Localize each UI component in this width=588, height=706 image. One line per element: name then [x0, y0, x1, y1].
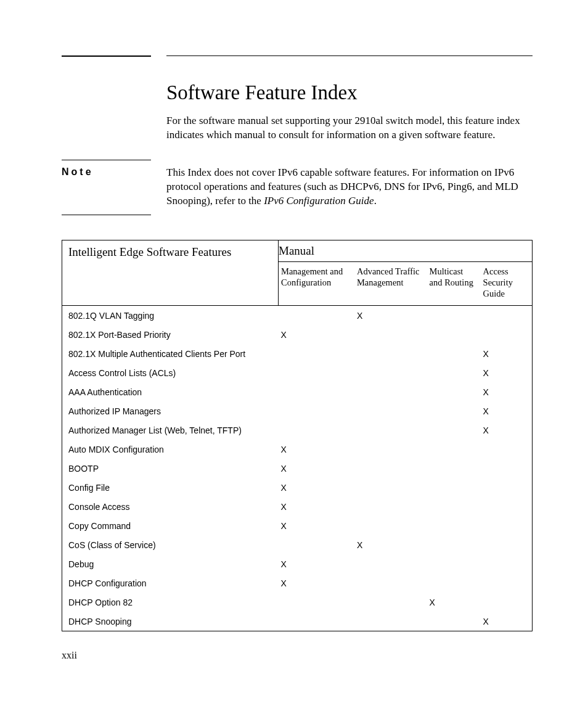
feature-cell: Debug — [62, 554, 279, 573]
mark-cell — [279, 535, 354, 554]
mark-cell — [481, 497, 533, 516]
document-page: Software Feature Index For the software … — [0, 0, 588, 686]
mark-cell: X — [354, 535, 427, 554]
feature-table: Intelligent Edge Software Features Manua… — [62, 240, 533, 631]
mark-cell — [279, 306, 354, 326]
feature-cell: Config File — [62, 478, 279, 497]
mark-cell — [481, 516, 533, 535]
feature-cell: CoS (Class of Service) — [62, 535, 279, 554]
mark-cell — [354, 421, 427, 440]
mark-cell: X — [279, 554, 354, 573]
feature-cell: Authorized IP Managers — [62, 401, 279, 421]
mark-cell: X — [481, 363, 533, 382]
mark-cell — [427, 497, 481, 516]
mark-cell — [279, 593, 354, 612]
mark-cell — [427, 535, 481, 554]
note-rule-bottom — [62, 215, 151, 215]
mark-cell — [427, 344, 481, 363]
table-row: Copy CommandX — [62, 516, 533, 535]
mark-cell: X — [279, 573, 354, 593]
mark-cell: X — [354, 306, 427, 326]
mark-cell: X — [481, 344, 533, 363]
table-row: DHCP SnoopingX — [62, 612, 533, 631]
table-row: Authorized IP ManagersX — [62, 401, 533, 421]
mark-cell — [481, 554, 533, 573]
mark-cell — [427, 440, 481, 459]
table-row: Console AccessX — [62, 497, 533, 516]
note-body: This Index does not cover IPv6 capable s… — [166, 160, 533, 215]
mark-cell — [481, 459, 533, 478]
long-rule — [166, 55, 533, 57]
col-access-security: Access Security Guide — [481, 261, 533, 305]
table-row: BOOTPX — [62, 459, 533, 478]
mark-cell — [427, 401, 481, 421]
mark-cell — [354, 554, 427, 573]
mark-cell — [427, 478, 481, 497]
mark-cell — [279, 612, 354, 631]
table-row: CoS (Class of Service)X — [62, 535, 533, 554]
mark-cell: X — [481, 401, 533, 421]
mark-cell: X — [279, 516, 354, 535]
mark-cell — [354, 593, 427, 612]
feature-cell: Access Control Lists (ACLs) — [62, 363, 279, 382]
feature-cell: BOOTP — [62, 459, 279, 478]
intro-paragraph: For the software manual set supporting y… — [166, 114, 533, 142]
feature-cell: DHCP Configuration — [62, 573, 279, 593]
mark-cell — [354, 573, 427, 593]
note-text-italic: IPv6 Configuration Guide — [264, 195, 374, 207]
mark-cell: X — [279, 325, 354, 344]
table-row: DHCP ConfigurationX — [62, 573, 533, 593]
mark-cell: X — [427, 593, 481, 612]
mark-cell — [427, 612, 481, 631]
note-rule-top — [62, 160, 151, 160]
top-rule-row — [62, 55, 533, 57]
mark-cell — [481, 306, 533, 326]
mark-cell — [279, 344, 354, 363]
mark-cell — [279, 421, 354, 440]
mark-cell — [427, 325, 481, 344]
table-row: DHCP Option 82X — [62, 593, 533, 612]
mark-cell — [279, 382, 354, 401]
table-row: 802.1X Port-Based PriorityX — [62, 325, 533, 344]
mark-cell — [354, 516, 427, 535]
feature-cell: Auto MDIX Configuration — [62, 440, 279, 459]
mark-cell — [427, 516, 481, 535]
mark-cell — [481, 478, 533, 497]
mark-cell: X — [279, 497, 354, 516]
table-header-features: Intelligent Edge Software Features — [62, 240, 279, 305]
table-row: 802.1Q VLAN TaggingX — [62, 306, 533, 326]
table-row: AAA AuthenticationX — [62, 382, 533, 401]
mark-cell — [354, 612, 427, 631]
mark-cell — [481, 535, 533, 554]
mark-cell — [354, 401, 427, 421]
mark-cell: X — [481, 382, 533, 401]
feature-cell: DHCP Snooping — [62, 612, 279, 631]
note-text-post: . — [374, 195, 377, 207]
mark-cell: X — [481, 612, 533, 631]
mark-cell — [427, 554, 481, 573]
mark-cell: X — [279, 459, 354, 478]
note-label-column: Note — [62, 160, 166, 215]
mark-cell — [354, 459, 427, 478]
mark-cell — [354, 325, 427, 344]
feature-cell: 802.1X Port-Based Priority — [62, 325, 279, 344]
col-advanced-traffic: Advanced Traffic Management — [354, 261, 427, 305]
mark-cell — [427, 459, 481, 478]
col-multicast-routing: Multicast and Routing — [427, 261, 481, 305]
table-header-manual: Manual — [279, 240, 533, 261]
mark-cell: X — [481, 421, 533, 440]
feature-cell: Console Access — [62, 497, 279, 516]
feature-cell: Authorized Manager List (Web, Telnet, TF… — [62, 421, 279, 440]
table-body: 802.1Q VLAN TaggingX 802.1X Port-Based P… — [62, 306, 533, 631]
table-row: Auto MDIX ConfigurationX — [62, 440, 533, 459]
mark-cell — [427, 306, 481, 326]
mark-cell — [481, 593, 533, 612]
page-title: Software Feature Index — [166, 81, 533, 104]
mark-cell — [427, 363, 481, 382]
mark-cell: X — [279, 478, 354, 497]
title-block: Software Feature Index For the software … — [166, 81, 533, 142]
feature-cell: Copy Command — [62, 516, 279, 535]
mark-cell — [481, 573, 533, 593]
feature-cell: 802.1X Multiple Authenticated Clients Pe… — [62, 344, 279, 363]
mark-cell — [427, 573, 481, 593]
